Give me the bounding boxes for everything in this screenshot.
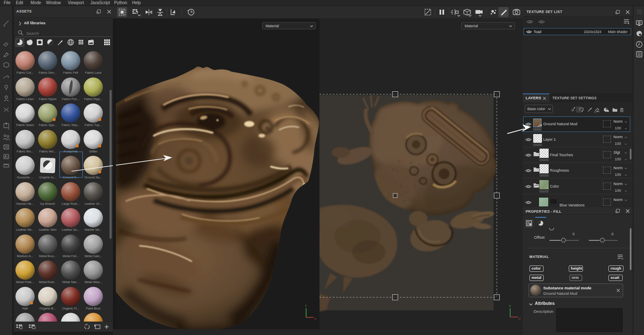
svg-text:U: U: [519, 317, 521, 320]
svg-text:Y: Y: [305, 304, 307, 307]
svg-text:X: X: [314, 317, 317, 320]
svg-text:V: V: [509, 304, 511, 307]
